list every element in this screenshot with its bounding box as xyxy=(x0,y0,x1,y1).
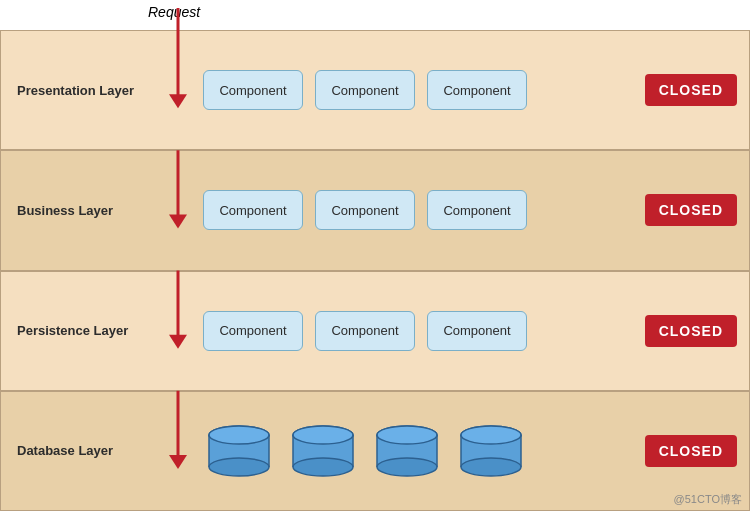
closed-badge-presentation: CLOSED xyxy=(645,74,737,106)
component-box-presentation-2: Component xyxy=(427,70,527,110)
layer-database: Database Layer xyxy=(0,391,750,511)
svg-point-17 xyxy=(377,426,437,444)
closed-badge-persistence: CLOSED xyxy=(645,315,737,347)
components-area-database xyxy=(203,425,645,477)
layer-persistence: Persistence LayerComponentComponentCompo… xyxy=(0,271,750,391)
components-area-presentation: ComponentComponentComponent xyxy=(203,70,645,110)
svg-point-23 xyxy=(461,426,521,444)
watermark: @51CTO博客 xyxy=(674,492,742,507)
component-box-presentation-1: Component xyxy=(315,70,415,110)
component-box-persistence-0: Component xyxy=(203,311,303,351)
svg-point-16 xyxy=(377,458,437,476)
svg-point-10 xyxy=(293,458,353,476)
component-box-business-0: Component xyxy=(203,190,303,230)
component-box-persistence-2: Component xyxy=(427,311,527,351)
db-cylinder-1 xyxy=(287,425,359,477)
closed-badge-business: CLOSED xyxy=(645,194,737,226)
layer-business: Business LayerComponentComponentComponen… xyxy=(0,150,750,270)
svg-point-22 xyxy=(461,458,521,476)
layer-name-business: Business Layer xyxy=(13,203,143,218)
layer-presentation: Presentation LayerComponentComponentComp… xyxy=(0,30,750,150)
component-box-presentation-0: Component xyxy=(203,70,303,110)
db-cylinder-3 xyxy=(455,425,527,477)
layer-name-persistence: Persistence Layer xyxy=(13,323,143,338)
db-cylinder-0 xyxy=(203,425,275,477)
svg-point-11 xyxy=(293,426,353,444)
closed-badge-database: CLOSED xyxy=(645,435,737,467)
components-area-business: ComponentComponentComponent xyxy=(203,190,645,230)
layer-name-database: Database Layer xyxy=(13,443,143,458)
svg-point-5 xyxy=(209,426,269,444)
component-box-persistence-1: Component xyxy=(315,311,415,351)
layer-name-presentation: Presentation Layer xyxy=(13,83,143,98)
request-label: Request xyxy=(148,4,200,20)
component-box-business-2: Component xyxy=(427,190,527,230)
component-box-business-1: Component xyxy=(315,190,415,230)
db-cylinder-2 xyxy=(371,425,443,477)
components-area-persistence: ComponentComponentComponent xyxy=(203,311,645,351)
diagram-wrapper: Request Presentation LayerComponentCompo… xyxy=(0,0,750,511)
layers-container: Presentation LayerComponentComponentComp… xyxy=(0,0,750,511)
svg-point-4 xyxy=(209,458,269,476)
